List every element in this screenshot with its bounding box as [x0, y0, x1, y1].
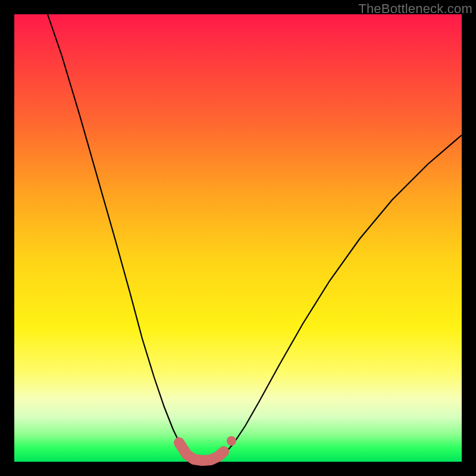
watermark-text: TheBottleneck.com [358, 1, 472, 17]
chart-svg [14, 14, 462, 462]
chart-frame [14, 14, 462, 462]
bottleneck-curve [48, 14, 462, 461]
optimal-end-dot [227, 436, 236, 446]
optimal-range-highlight [179, 443, 224, 461]
